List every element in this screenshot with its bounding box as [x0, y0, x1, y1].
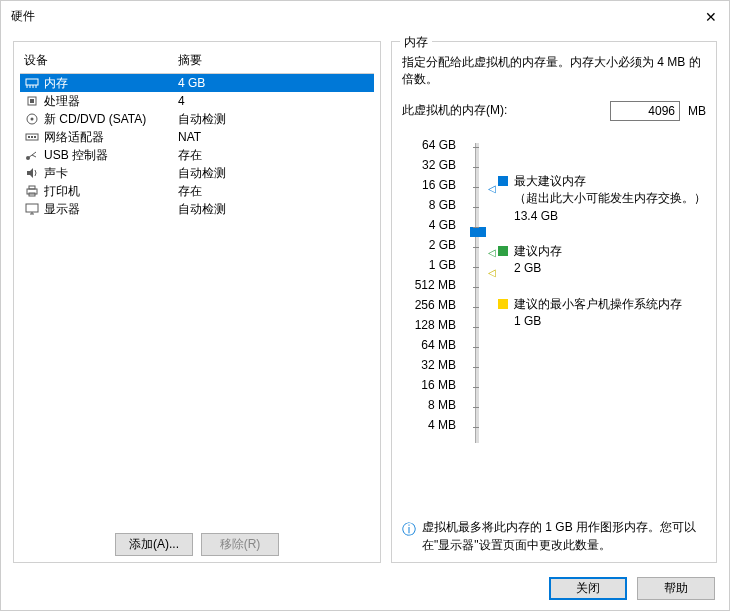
memory-unit: MB — [688, 104, 706, 118]
usb-icon — [24, 148, 40, 162]
tick-label: 128 MB — [412, 315, 456, 335]
tick-label: 4 GB — [412, 215, 456, 235]
group-title: 内存 — [400, 34, 432, 51]
device-summary: 自动检测 — [178, 111, 374, 128]
max-marker-icon: ◁ — [488, 183, 496, 194]
legend-rec-value: 2 GB — [514, 260, 706, 277]
col-summary[interactable]: 摘要 — [178, 52, 374, 69]
info-text: 虚拟机最多将此内存的 1 GB 用作图形内存。您可以在"显示器"设置页面中更改此… — [422, 519, 706, 554]
col-device[interactable]: 设备 — [24, 52, 178, 69]
device-name: 显示器 — [44, 201, 178, 218]
info-note: ⓘ 虚拟机最多将此内存的 1 GB 用作图形内存。您可以在"显示器"设置页面中更… — [402, 519, 706, 554]
svg-line-15 — [32, 155, 36, 157]
display-icon — [24, 202, 40, 216]
device-row[interactable]: 打印机存在 — [20, 182, 374, 200]
close-button[interactable]: 关闭 — [549, 577, 627, 600]
slider-thumb[interactable] — [470, 227, 486, 237]
memory-settings-panel: 内存 指定分配给此虚拟机的内存量。内存大小必须为 4 MB 的倍数。 此虚拟机的… — [391, 41, 717, 563]
device-row[interactable]: 网络适配器NAT — [20, 128, 374, 146]
device-name: 处理器 — [44, 93, 178, 110]
device-row[interactable]: 显示器自动检测 — [20, 200, 374, 218]
tick-label: 2 GB — [412, 235, 456, 255]
legend-max-title: 最大建议内存 — [514, 173, 706, 190]
tick-label: 8 MB — [412, 395, 456, 415]
tick-label: 512 MB — [412, 275, 456, 295]
device-row[interactable]: 内存4 GB — [20, 74, 374, 92]
table-header: 设备 摘要 — [20, 48, 374, 74]
device-name: 声卡 — [44, 165, 178, 182]
legend-rec-title: 建议内存 — [514, 243, 706, 260]
legend-max-note: （超出此大小可能发生内存交换。） — [514, 190, 706, 207]
titlebar: 硬件 ✕ — [1, 1, 729, 31]
remove-button[interactable]: 移除(R) — [201, 533, 279, 556]
device-row[interactable]: 声卡自动检测 — [20, 164, 374, 182]
device-row[interactable]: 处理器4 — [20, 92, 374, 110]
cd-icon — [24, 112, 40, 126]
dialog-buttons: 关闭 帮助 — [549, 577, 715, 600]
svg-rect-10 — [28, 136, 30, 138]
legend-rec-swatch — [498, 246, 508, 256]
tick-label: 1 GB — [412, 255, 456, 275]
legend-max-value: 13.4 GB — [514, 208, 706, 225]
close-icon[interactable]: ✕ — [705, 9, 717, 25]
device-summary: 存在 — [178, 183, 374, 200]
tick-label: 64 MB — [412, 335, 456, 355]
tick-label: 32 MB — [412, 355, 456, 375]
slider-tick-labels: 64 GB32 GB16 GB8 GB4 GB2 GB1 GB512 MB256… — [412, 135, 456, 443]
legend: 最大建议内存 （超出此大小可能发生内存交换。） 13.4 GB 建议内存 2 G… — [498, 135, 706, 443]
device-name: USB 控制器 — [44, 147, 178, 164]
tick-label: 16 MB — [412, 375, 456, 395]
cpu-icon — [24, 94, 40, 108]
device-summary: NAT — [178, 130, 374, 144]
device-summary: 4 — [178, 94, 374, 108]
svg-point-8 — [31, 118, 34, 121]
recommended-marker-icon: ◁ — [488, 247, 496, 258]
memory-description: 指定分配给此虚拟机的内存量。内存大小必须为 4 MB 的倍数。 — [402, 54, 706, 89]
device-summary: 自动检测 — [178, 165, 374, 182]
help-button[interactable]: 帮助 — [637, 577, 715, 600]
tick-label: 32 GB — [412, 155, 456, 175]
sound-icon — [24, 166, 40, 180]
memory-field-label: 此虚拟机的内存(M): — [402, 102, 602, 119]
svg-rect-6 — [30, 99, 34, 103]
device-summary: 4 GB — [178, 76, 374, 90]
device-name: 内存 — [44, 75, 178, 92]
memory-slider[interactable]: ◁ ◁ ◁ — [466, 135, 488, 443]
add-button[interactable]: 添加(A)... — [115, 533, 193, 556]
device-row[interactable]: 新 CD/DVD (SATA)自动检测 — [20, 110, 374, 128]
tick-label: 8 GB — [412, 195, 456, 215]
memory-input[interactable] — [610, 101, 680, 121]
legend-min-value: 1 GB — [514, 313, 706, 330]
svg-rect-17 — [29, 186, 35, 189]
min-marker-icon: ◁ — [488, 267, 496, 278]
window-title: 硬件 — [11, 8, 35, 25]
svg-rect-12 — [34, 136, 36, 138]
device-row[interactable]: USB 控制器存在 — [20, 146, 374, 164]
info-icon: ⓘ — [402, 519, 416, 554]
tick-label: 4 MB — [412, 415, 456, 435]
legend-min-title: 建议的最小客户机操作系统内存 — [514, 296, 706, 313]
svg-rect-0 — [26, 79, 38, 85]
device-name: 打印机 — [44, 183, 178, 200]
device-name: 新 CD/DVD (SATA) — [44, 111, 178, 128]
net-icon — [24, 130, 40, 144]
tick-label: 16 GB — [412, 175, 456, 195]
device-summary: 存在 — [178, 147, 374, 164]
svg-rect-19 — [26, 204, 38, 212]
legend-max-swatch — [498, 176, 508, 186]
tick-label: 256 MB — [412, 295, 456, 315]
legend-min-swatch — [498, 299, 508, 309]
device-list: 内存4 GB处理器4新 CD/DVD (SATA)自动检测网络适配器NATUSB… — [20, 74, 374, 218]
printer-icon — [24, 184, 40, 198]
tick-label: 64 GB — [412, 135, 456, 155]
svg-rect-11 — [31, 136, 33, 138]
device-name: 网络适配器 — [44, 129, 178, 146]
memory-icon — [24, 76, 40, 90]
hardware-list-panel: 设备 摘要 内存4 GB处理器4新 CD/DVD (SATA)自动检测网络适配器… — [13, 41, 381, 563]
device-summary: 自动检测 — [178, 201, 374, 218]
